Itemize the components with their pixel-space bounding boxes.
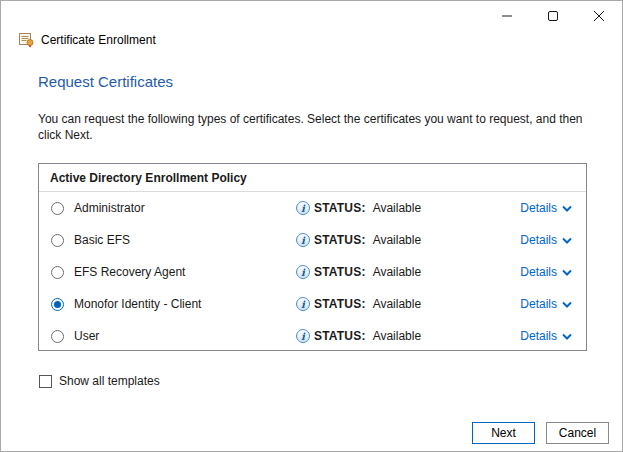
status-value: Available bbox=[373, 265, 421, 279]
chevron-down-icon bbox=[562, 205, 572, 212]
certificate-enrollment-icon bbox=[18, 32, 34, 48]
template-row: User i STATUS: Available Details bbox=[39, 320, 586, 352]
info-icon: i bbox=[296, 233, 310, 247]
page-title: Request Certificates bbox=[38, 73, 173, 90]
template-radio[interactable] bbox=[51, 298, 64, 311]
certificate-enrollment-window: Certificate Enrollment Request Certifica… bbox=[0, 0, 623, 452]
status-value: Available bbox=[373, 329, 421, 343]
info-icon: i bbox=[296, 201, 310, 215]
caption-buttons bbox=[484, 1, 622, 31]
details-link-label: Details bbox=[520, 265, 557, 279]
policy-header: Active Directory Enrollment Policy bbox=[39, 164, 586, 192]
template-name-cell: EFS Recovery Agent bbox=[51, 265, 296, 279]
status-label: STATUS: bbox=[314, 329, 366, 343]
show-all-checkbox[interactable] bbox=[39, 375, 52, 388]
template-radio[interactable] bbox=[51, 234, 64, 247]
status-label: STATUS: bbox=[314, 265, 366, 279]
window-title: Certificate Enrollment bbox=[41, 33, 156, 47]
details-link[interactable]: Details bbox=[520, 233, 572, 247]
template-name-cell: Administrator bbox=[51, 201, 296, 215]
close-button[interactable] bbox=[576, 1, 622, 31]
template-row: Administrator i STATUS: Available Detail… bbox=[39, 192, 586, 224]
minimize-button[interactable] bbox=[484, 1, 530, 31]
show-all-label[interactable]: Show all templates bbox=[59, 374, 160, 388]
status-value: Available bbox=[373, 297, 421, 311]
close-icon bbox=[594, 11, 604, 21]
status-value: Available bbox=[373, 201, 421, 215]
template-name-cell: Basic EFS bbox=[51, 233, 296, 247]
status-label: STATUS: bbox=[314, 233, 366, 247]
next-button[interactable]: Next bbox=[472, 422, 535, 444]
details-link-label: Details bbox=[520, 329, 557, 343]
template-status-cell: i STATUS: Available bbox=[296, 297, 421, 311]
status-value: Available bbox=[373, 233, 421, 247]
page-description: You can request the following types of c… bbox=[38, 111, 583, 143]
template-row: Monofor Identity - Client i STATUS: Avai… bbox=[39, 288, 586, 320]
info-icon: i bbox=[296, 329, 310, 343]
template-radio[interactable] bbox=[51, 202, 64, 215]
template-label[interactable]: User bbox=[74, 329, 99, 343]
template-status-cell: i STATUS: Available bbox=[296, 233, 421, 247]
template-label[interactable]: EFS Recovery Agent bbox=[74, 265, 185, 279]
template-row: Basic EFS i STATUS: Available Details bbox=[39, 224, 586, 256]
template-row: EFS Recovery Agent i STATUS: Available D… bbox=[39, 256, 586, 288]
template-name-cell: User bbox=[51, 329, 296, 343]
template-radio[interactable] bbox=[51, 266, 64, 279]
details-link-label: Details bbox=[520, 233, 557, 247]
template-label[interactable]: Basic EFS bbox=[74, 233, 130, 247]
template-name-cell: Monofor Identity - Client bbox=[51, 297, 296, 311]
footer: Next Cancel bbox=[472, 422, 609, 444]
info-icon: i bbox=[296, 265, 310, 279]
details-link-label: Details bbox=[520, 201, 557, 215]
status-label: STATUS: bbox=[314, 297, 366, 311]
chevron-down-icon bbox=[562, 333, 572, 340]
status-label: STATUS: bbox=[314, 201, 366, 215]
minimize-icon bbox=[502, 11, 512, 21]
details-link[interactable]: Details bbox=[520, 297, 572, 311]
details-link-label: Details bbox=[520, 297, 557, 311]
template-status-cell: i STATUS: Available bbox=[296, 265, 421, 279]
enrollment-policy-panel: Active Directory Enrollment Policy Admin… bbox=[38, 163, 587, 351]
cancel-button[interactable]: Cancel bbox=[546, 422, 609, 444]
chevron-down-icon bbox=[562, 269, 572, 276]
template-status-cell: i STATUS: Available bbox=[296, 329, 421, 343]
template-radio[interactable] bbox=[51, 330, 64, 343]
chevron-down-icon bbox=[562, 301, 572, 308]
details-link[interactable]: Details bbox=[520, 329, 572, 343]
maximize-icon bbox=[548, 11, 558, 21]
details-link[interactable]: Details bbox=[520, 265, 572, 279]
details-link[interactable]: Details bbox=[520, 201, 572, 215]
app-header: Certificate Enrollment bbox=[18, 32, 156, 48]
info-icon: i bbox=[296, 297, 310, 311]
maximize-button[interactable] bbox=[530, 1, 576, 31]
show-all-templates-row: Show all templates bbox=[39, 374, 160, 388]
template-label[interactable]: Administrator bbox=[74, 201, 145, 215]
template-list: Administrator i STATUS: Available Detail… bbox=[39, 192, 586, 352]
chevron-down-icon bbox=[562, 237, 572, 244]
template-status-cell: i STATUS: Available bbox=[296, 201, 421, 215]
template-label[interactable]: Monofor Identity - Client bbox=[74, 297, 201, 311]
